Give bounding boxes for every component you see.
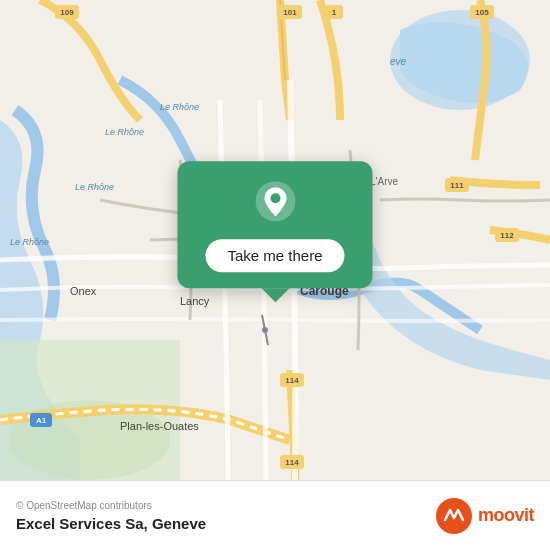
svg-text:105: 105 [475,8,489,17]
svg-text:111: 111 [450,181,464,190]
svg-text:Le Rhône: Le Rhône [160,102,199,112]
map-container: 101 109 1 105 111 112 A1 114 114 Onex La… [0,0,550,480]
svg-text:109: 109 [60,8,74,17]
copyright-text: © OpenStreetMap contributors [16,500,206,511]
svg-text:114: 114 [285,458,299,467]
svg-text:1: 1 [332,8,337,17]
svg-text:Onex: Onex [70,285,97,297]
svg-point-35 [270,193,280,203]
svg-text:Lancy: Lancy [180,295,210,307]
location-popup: Take me there [177,161,372,288]
moovit-logo: moovit [436,498,534,534]
take-me-there-button[interactable]: Take me there [205,239,344,272]
bottom-left: © OpenStreetMap contributors Excel Servi… [16,500,206,532]
svg-text:A1: A1 [36,416,47,425]
svg-text:Le Rhône: Le Rhône [105,127,144,137]
svg-text:Le Rhône: Le Rhône [10,237,49,247]
svg-text:Plan-les-Ouates: Plan-les-Ouates [120,420,199,432]
location-title: Excel Services Sa, Geneve [16,515,206,532]
svg-text:112: 112 [500,231,514,240]
svg-text:114: 114 [285,376,299,385]
bottom-bar: © OpenStreetMap contributors Excel Servi… [0,480,550,550]
moovit-brand-icon [436,498,472,534]
moovit-text: moovit [478,505,534,526]
location-pin-icon [255,181,295,221]
svg-text:eve: eve [390,56,407,67]
location-icon-wrap [255,181,295,225]
svg-text:101: 101 [283,8,297,17]
svg-text:L'Arve: L'Arve [370,176,398,187]
svg-text:Le Rhône: Le Rhône [75,182,114,192]
